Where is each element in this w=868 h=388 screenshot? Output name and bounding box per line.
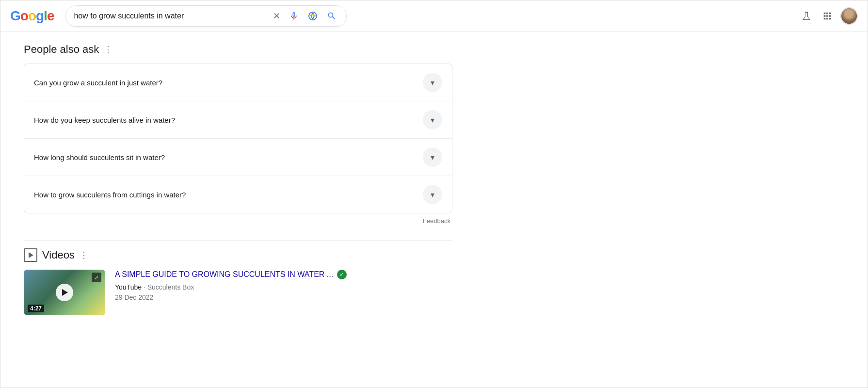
paa-question-1: Can you grow a succulent in just water? [34,79,162,87]
video-play-button[interactable] [56,284,73,301]
clear-icon: ✕ [273,11,280,21]
apps-button[interactable] [818,7,836,25]
feedback-link[interactable]: Feedback [423,217,450,225]
checkmark-icon: ✓ [339,271,344,278]
paa-item-4[interactable]: How to grow succulents from cuttings in … [24,176,452,213]
paa-question-3: How long should succulents sit in water? [34,153,165,162]
search-input[interactable] [74,12,265,20]
feedback-row: Feedback [24,213,452,228]
video-thumbnail-1[interactable]: 4:27 ⤢ [24,270,105,315]
play-icon [62,289,68,296]
chevron-down-icon-3: ▾ [431,153,434,162]
people-also-ask-container: Can you grow a succulent in just water? … [24,64,452,213]
paa-question-4: How to grow succulents from cuttings in … [34,191,186,199]
video-channel: Succulents Box [147,283,194,291]
paa-expand-1[interactable]: ▾ [423,73,442,92]
flask-icon [801,10,812,22]
video-source: YouTube [115,283,142,291]
people-also-ask-title: People also ask [24,43,99,56]
videos-section: Videos ⋮ 4:27 ⤢ A SIMPLE GUIDE TO GROWIN… [24,240,452,315]
chevron-down-icon-4: ▾ [431,190,434,199]
videos-section-icon [24,248,37,262]
apps-icon [822,11,833,21]
video-date: 29 Dec 2022 [115,293,153,301]
paa-item-1[interactable]: Can you grow a succulent in just water? … [24,64,452,101]
video-info-1: A SIMPLE GUIDE TO GROWING SUCCULENTS IN … [115,270,452,315]
clear-button[interactable]: ✕ [271,9,282,23]
voice-search-button[interactable] [287,9,301,23]
chevron-down-icon-1: ▾ [431,78,434,87]
people-also-ask-header: People also ask ⋮ [24,43,452,56]
mic-icon [289,11,299,21]
search-bar: ✕ [65,5,347,27]
video-title-link[interactable]: A SIMPLE GUIDE TO GROWING SUCCULENTS IN … [115,270,452,279]
search-button[interactable] [325,9,338,23]
main-content: People also ask ⋮ Can you grow a succule… [0,32,476,327]
paa-expand-2[interactable]: ▾ [423,110,442,129]
paa-expand-3[interactable]: ▾ [423,147,442,167]
verified-icon: ✓ [337,270,347,279]
google-logo: Google [10,8,54,24]
paa-expand-4[interactable]: ▾ [423,185,442,204]
fullscreen-icon: ⤢ [92,273,101,282]
paa-item-2[interactable]: How do you keep succulents alive in wate… [24,101,452,139]
search-icon [327,11,337,21]
paa-question-2: How do you keep succulents alive in wate… [34,116,175,124]
video-duration: 4:27 [28,305,44,312]
chevron-down-icon-2: ▾ [431,115,434,125]
avatar-image [841,8,857,24]
avatar[interactable] [840,7,858,25]
lens-icon [307,11,318,21]
search-bar-icons: ✕ [271,9,338,23]
video-meta-separator: · [144,283,147,291]
header-right [799,7,858,25]
labs-button[interactable] [799,8,814,24]
more-options-icon[interactable]: ⋮ [104,44,113,55]
header: Google ✕ [0,0,868,32]
video-meta: YouTube · Succulents Box 29 Dec 2022 [115,282,452,303]
image-search-button[interactable] [305,9,320,23]
video-result-1: 4:27 ⤢ A SIMPLE GUIDE TO GROWING SUCCULE… [24,270,452,315]
videos-title: Videos [42,249,75,261]
video-title-text: A SIMPLE GUIDE TO GROWING SUCCULENTS IN … [115,270,333,279]
paa-item-3[interactable]: How long should succulents sit in water?… [24,139,452,176]
videos-header: Videos ⋮ [24,240,452,262]
videos-more-options-icon[interactable]: ⋮ [80,250,88,260]
play-triangle-icon [29,252,33,258]
